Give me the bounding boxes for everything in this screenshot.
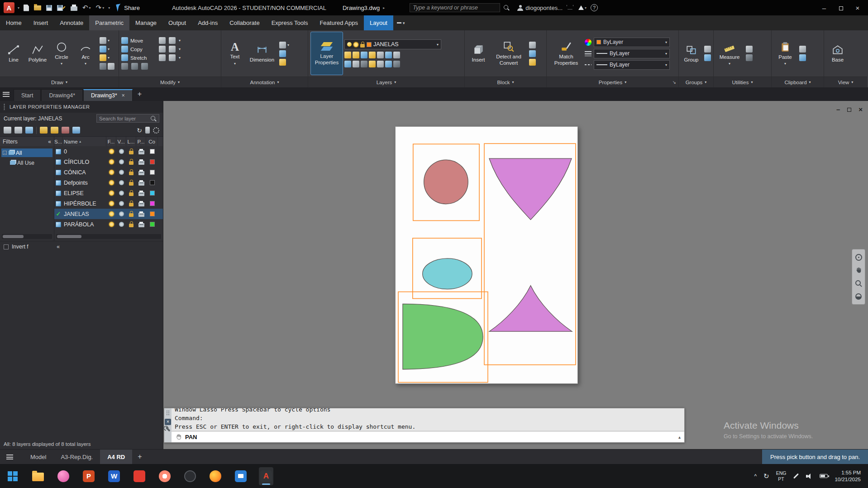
new-drawing-tab-button[interactable]: + (133, 90, 146, 98)
panel-label-layers[interactable]: Layers▾ (308, 77, 464, 87)
orbit-tool-icon[interactable] (854, 292, 863, 301)
new-group-filter-icon[interactable] (14, 127, 22, 134)
layer-color-swatch[interactable] (150, 170, 155, 175)
layer-grid-header[interactable]: S... Name▲ F... V... L... P... Co (54, 137, 163, 146)
battery-icon[interactable] (820, 474, 828, 478)
layer-plot-icon[interactable] (138, 223, 144, 227)
layer-freeze-icon[interactable] (119, 191, 124, 196)
ellipse-shape[interactable] (423, 258, 472, 289)
layer-lock-toggle-icon[interactable] (369, 52, 376, 58)
layer-color-swatch[interactable] (150, 191, 155, 196)
layer-on-icon[interactable] (109, 191, 114, 196)
layer-color-swatch[interactable] (150, 222, 155, 227)
layer-color-swatch[interactable] (150, 159, 155, 164)
layer-row[interactable]: CÓNICA (54, 167, 163, 177)
layer-freeze-icon[interactable] (119, 170, 124, 175)
app-store-cart-icon[interactable] (566, 6, 574, 10)
layer-freeze-icon[interactable] (119, 201, 124, 206)
layer-plot-icon[interactable] (138, 161, 144, 165)
file-tabs-menu-icon[interactable] (3, 92, 10, 97)
tab-annotate[interactable]: Annotate (54, 15, 89, 30)
layer-states-manager-icon[interactable] (25, 127, 33, 134)
arc-button[interactable]: Arc▾ (74, 32, 97, 75)
store-button[interactable] (234, 467, 248, 485)
layer-properties-button[interactable]: Layer Properties (310, 32, 343, 75)
layer-lock-icon[interactable] (129, 151, 134, 154)
edit-attributes-icon[interactable] (529, 42, 536, 48)
tree-expander-icon[interactable]: – (3, 151, 7, 155)
panel-label-modify[interactable]: Modify▾ (119, 77, 221, 87)
save-as-icon[interactable] (56, 5, 67, 11)
sync-icon[interactable]: ↻ (763, 472, 769, 480)
layer-lock-icon[interactable] (129, 192, 134, 196)
minimize-button[interactable]: – (817, 4, 831, 12)
coral-app-button[interactable] (157, 467, 172, 485)
collapse-pane-icon[interactable]: « (57, 244, 60, 250)
tab-express-tools[interactable]: Express Tools (266, 15, 314, 30)
layer-freeze-icon[interactable] (119, 180, 124, 185)
panel-label-properties[interactable]: Properties▾↘ (547, 77, 678, 87)
layer-color-swatch[interactable] (150, 180, 155, 185)
insert-button[interactable]: Insert (467, 32, 490, 75)
layer-on-icon[interactable] (109, 149, 114, 154)
tab-a3-rep-dig[interactable]: A3-Rep.Dig. (53, 450, 100, 464)
layers-hscrollbar[interactable] (56, 234, 161, 239)
layer-row-current[interactable]: ✓ JANELAS (54, 209, 163, 219)
hidden-icons-chevron[interactable]: ^ (754, 473, 757, 479)
hyperbola-branch-bottom[interactable] (489, 286, 572, 331)
block-editor-icon[interactable] (529, 50, 536, 57)
doc-close-icon[interactable]: × (858, 105, 863, 113)
powerpoint-button[interactable]: P (81, 467, 96, 485)
layer-copy-icon[interactable] (377, 61, 384, 67)
tab-a4-rd[interactable]: A4 RD (100, 450, 132, 464)
red-app-button[interactable] (132, 467, 147, 485)
pan-tool-icon[interactable] (854, 266, 863, 274)
collapse-filters-icon[interactable]: « (48, 139, 51, 145)
language-indicator[interactable]: ENGPT (776, 470, 787, 482)
start-button[interactable] (5, 467, 20, 485)
region-tool-icon[interactable] (100, 63, 106, 70)
command-input[interactable]: PAN ▴ (172, 431, 684, 442)
detect-and-convert-button[interactable]: Detect and Convert (491, 32, 526, 75)
undo-icon[interactable]: ↶▾ (81, 4, 92, 12)
layer-row[interactable]: CÍRCULO (54, 157, 163, 167)
scale-icon[interactable] (159, 54, 166, 61)
doc-minimize-icon[interactable]: – (836, 105, 840, 113)
layout-menu-icon[interactable] (0, 455, 19, 459)
line-button[interactable]: Line (2, 32, 25, 75)
open-file-icon[interactable] (33, 5, 42, 10)
layer-combo[interactable]: JANELAS ▾ (344, 39, 441, 49)
new-file-icon[interactable] (23, 5, 30, 11)
tab-model[interactable]: Model (23, 450, 53, 464)
layer-color-swatch[interactable] (150, 211, 155, 216)
parabola-shape[interactable] (403, 304, 483, 369)
leader-icon[interactable] (279, 42, 286, 48)
layer-row[interactable]: 0 (54, 146, 163, 157)
layer-search-box[interactable] (96, 114, 159, 123)
fillet-icon[interactable] (169, 46, 176, 53)
rotate-icon[interactable] (159, 37, 166, 44)
layer-walk-icon[interactable] (393, 52, 400, 58)
close-button[interactable]: × (851, 4, 864, 12)
volume-icon[interactable] (806, 474, 813, 479)
layer-plot-icon[interactable] (138, 202, 144, 206)
layout-paper[interactable] (395, 126, 578, 384)
search-icon[interactable] (503, 5, 510, 11)
invert-filter-checkbox[interactable] (4, 244, 9, 249)
group-button[interactable]: Group (681, 32, 701, 75)
tab-parametric[interactable]: Parametric (89, 15, 129, 30)
layer-row[interactable]: HIPÉRBOLE (54, 198, 163, 209)
dimension-button[interactable]: Dimension (248, 32, 277, 75)
properties-dialog-launcher-icon[interactable]: ↘ (672, 80, 676, 85)
layer-isolate-icon[interactable] (353, 52, 359, 58)
panel-label-utilities[interactable]: Utilities▾ (714, 77, 771, 87)
set-current-layer-icon[interactable] (72, 127, 80, 134)
search-expand-icon[interactable]: ▸ (383, 6, 385, 10)
layer-plot-icon[interactable] (138, 182, 144, 186)
layer-freeze-icon[interactable] (119, 149, 124, 154)
autocad-logo[interactable]: A (4, 2, 14, 13)
layer-plot-icon[interactable] (138, 171, 144, 175)
tab-insert[interactable]: Insert (28, 15, 54, 30)
layer-freeze-icon[interactable] (361, 52, 367, 58)
dark-browser-button[interactable] (183, 467, 197, 485)
